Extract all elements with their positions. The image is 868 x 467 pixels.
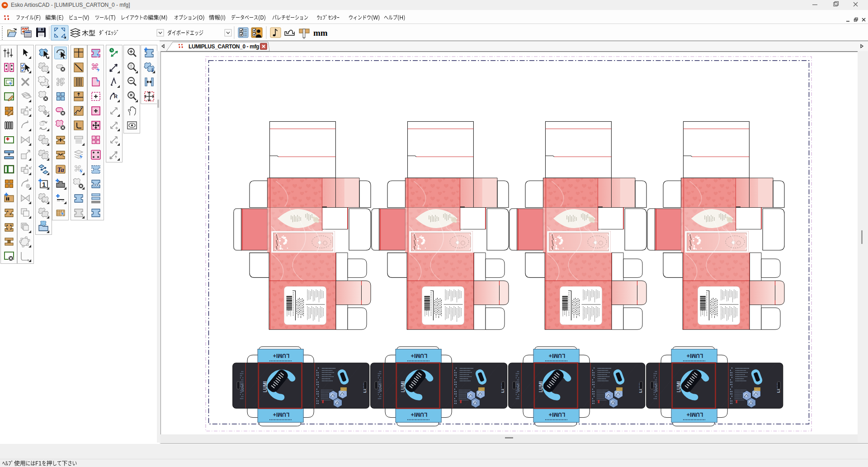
svg-text:LUMI: LUMI bbox=[263, 381, 268, 392]
svg-text:mm: mm bbox=[313, 28, 328, 38]
svg-text:LUMI+: LUMI+ bbox=[273, 411, 289, 418]
svg-text:R: R bbox=[114, 94, 118, 99]
svg-text:1: 1 bbox=[42, 181, 46, 188]
svg-text:Ta: Ta bbox=[57, 166, 65, 173]
svg-text:LUMI+: LUMI+ bbox=[273, 353, 289, 359]
svg-text:LUMI: LUMI bbox=[241, 383, 245, 392]
svg-text:i: i bbox=[151, 67, 153, 73]
